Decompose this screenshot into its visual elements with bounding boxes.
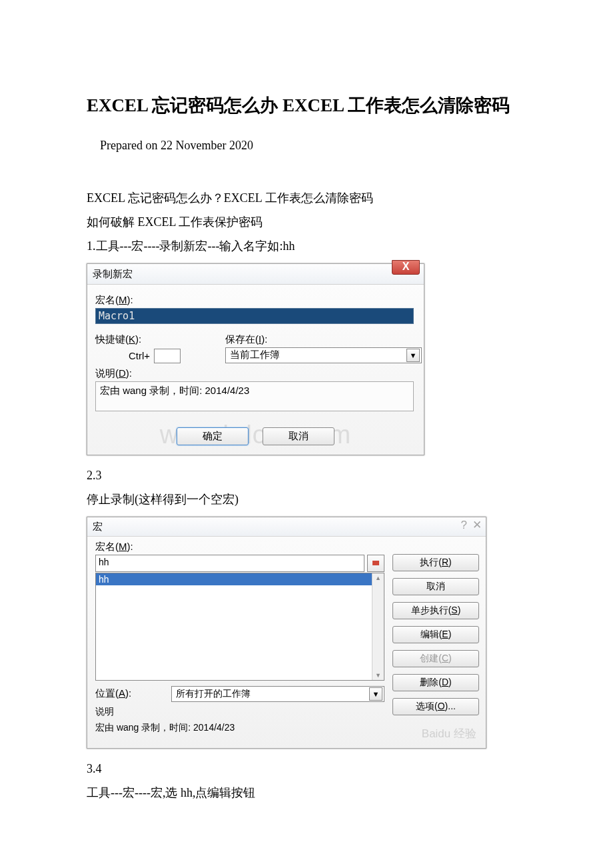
dialog2-titlebar: 宏 ? ✕ (87, 517, 486, 537)
scroll-up-icon[interactable]: ▲ (375, 575, 381, 581)
macro-name-label-2: 宏名(M): (95, 541, 133, 552)
help-icon[interactable]: ? (461, 519, 467, 532)
close-icon[interactable]: X (392, 260, 420, 275)
macro-name-input[interactable]: Macro1 (95, 308, 414, 324)
scroll-down-icon[interactable]: ▼ (375, 672, 381, 679)
save-in-value: 当前工作簿 (230, 349, 280, 361)
run-button[interactable]: 执行(R) (392, 554, 479, 571)
macro-name-label: 宏名(M): (95, 294, 416, 307)
edit-button[interactable]: 编辑(E) (392, 626, 479, 643)
description-label: 说明(D): (95, 367, 416, 380)
description-value-2: 宏由 wang 录制，时间: 2014/4/23 (95, 722, 384, 734)
paragraph-6: 3.4 (87, 757, 526, 781)
paragraph-4: 2.3 (87, 463, 526, 487)
macro-name-input-2[interactable]: hh (95, 555, 364, 572)
chevron-down-icon[interactable]: ▼ (369, 687, 382, 701)
prepared-date: Prepared on 22 November 2020 (100, 139, 526, 153)
save-in-dropdown[interactable]: 当前工作簿 ▼ (225, 347, 422, 363)
cancel-button[interactable]: 取消 (263, 427, 334, 445)
location-value: 所有打开的工作簿 (176, 688, 251, 700)
save-in-label: 保存在(I): (225, 333, 422, 346)
chevron-down-icon[interactable]: ▼ (406, 349, 420, 362)
dialog-title: 录制新宏 (93, 268, 133, 279)
macro-listbox[interactable]: hh ▲ ▼ (95, 573, 384, 681)
options-button[interactable]: 选项(O)... (392, 698, 479, 715)
location-label: 位置(A): (95, 687, 169, 700)
paragraph-5: 停止录制(这样得到一个空宏) (87, 487, 526, 511)
shortcut-label: 快捷键(K): (95, 333, 225, 346)
cancel-button-2[interactable]: 取消 (392, 578, 479, 595)
dialog2-title: 宏 (93, 521, 103, 532)
close-icon[interactable]: ✕ (472, 519, 482, 532)
create-button: 创建(C) (392, 650, 479, 667)
baidu-watermark: Baidu 经验 (392, 722, 479, 741)
refedit-icon[interactable] (367, 555, 384, 572)
ok-button[interactable]: 确定 (177, 427, 249, 445)
macro-dialog: 宏 ? ✕ 宏名(M): hh hh ▲ (87, 517, 486, 749)
paragraph-3: 1.工具---宏----录制新宏---输入名字如:hh (87, 234, 526, 258)
page-title: EXCEL 忘记密码怎么办 EXCEL 工作表怎么清除密码 (87, 93, 526, 119)
step-button[interactable]: 单步执行(S) (392, 602, 479, 619)
delete-button[interactable]: 删除(D) (392, 674, 479, 691)
scrollbar[interactable]: ▲ ▼ (372, 573, 384, 680)
location-dropdown[interactable]: 所有打开的工作簿 ▼ (171, 686, 384, 702)
list-item[interactable]: hh (96, 573, 372, 585)
watermark-text: www.bdocx.com (95, 421, 416, 449)
description-input[interactable]: 宏由 wang 录制，时间: 2014/4/23 (95, 381, 414, 411)
paragraph-2: 如何破解 EXCEL 工作表保护密码 (87, 210, 526, 234)
paragraph-1: EXCEL 忘记密码怎么办？EXCEL 工作表怎么清除密码 (87, 186, 526, 210)
dialog-titlebar: 录制新宏 X (87, 264, 424, 285)
ctrl-prefix: Ctrl+ (129, 350, 150, 361)
paragraph-7: 工具---宏----宏,选 hh,点编辑按钮 (87, 781, 526, 805)
description-label-2: 说明 (95, 706, 384, 718)
shortcut-key-input[interactable] (154, 349, 181, 363)
record-macro-dialog: 录制新宏 X 宏名(M): Macro1 快捷键(K): Ctrl+ (87, 263, 424, 455)
